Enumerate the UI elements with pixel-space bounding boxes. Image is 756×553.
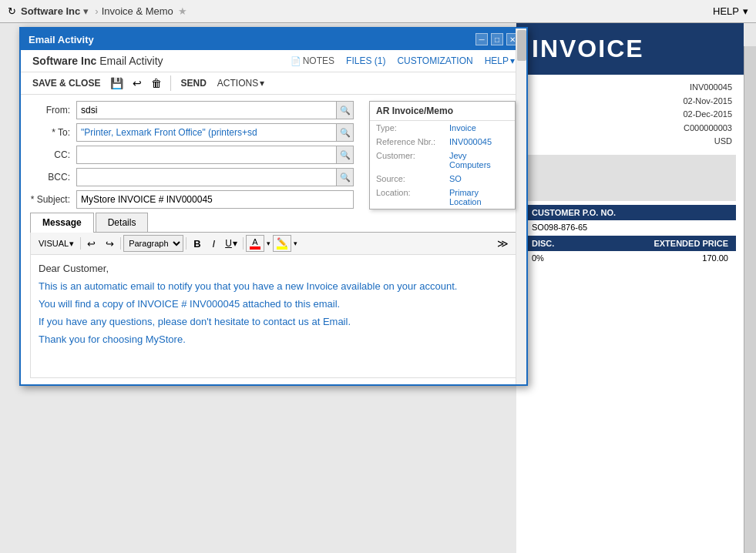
modal-title-bar: Email Activity ─ □ ✕ xyxy=(21,28,526,50)
company-dropdown-arrow[interactable]: ▾ xyxy=(83,5,89,17)
nav-notes-link[interactable]: 📄 NOTES xyxy=(291,55,334,66)
modal-company: Software Inc xyxy=(32,55,96,67)
invoice-details: INV000045 02-Nov-2015 02-Dec-2015 C00000… xyxy=(516,75,744,155)
email-activity-modal: Email Activity ─ □ ✕ Software Inc Email … xyxy=(19,27,528,386)
to-input[interactable] xyxy=(77,124,336,141)
help-label: HELP xyxy=(713,5,739,17)
modal-scrollbar[interactable] xyxy=(516,28,526,384)
message-body[interactable]: Dear Customer, This is an automatic emai… xyxy=(30,255,517,378)
maximize-button[interactable]: □ xyxy=(491,33,503,45)
cc-input[interactable] xyxy=(77,146,336,163)
disc-value-row: 0% 170.00 xyxy=(524,251,736,265)
subject-input[interactable] xyxy=(76,190,354,209)
ar-customer-row: Customer: JevyComputers xyxy=(370,149,515,172)
ar-type-value: Invoice xyxy=(449,123,476,132)
nav-customization-link[interactable]: CUSTOMIZATION xyxy=(397,55,472,66)
ar-location-value: PrimaryLocation xyxy=(449,188,482,206)
rte-more-button[interactable]: ≫ xyxy=(493,235,512,252)
ar-source-row: Source: SO xyxy=(370,172,515,186)
rte-underline-button[interactable]: U ▾ xyxy=(222,235,240,252)
ar-ref-label: Reference Nbr.: xyxy=(376,137,449,146)
message-thankyou-line: Thank you for choosing MyStore. xyxy=(39,333,509,345)
to-search-button[interactable]: 🔍 xyxy=(336,124,353,141)
delete-button[interactable]: 🗑 xyxy=(148,75,165,91)
rte-highlight-button[interactable]: ✏️ xyxy=(273,235,291,252)
to-label: * To: xyxy=(30,127,76,138)
message-questions-line: If you have any questions, please don't … xyxy=(39,316,509,327)
inv-date2: 02-Dec-2015 xyxy=(528,108,732,122)
rte-redo-button[interactable]: ↪ xyxy=(102,235,118,252)
customer-po-value: SO098-876-65 xyxy=(524,220,736,234)
actions-button[interactable]: ACTIONS ▾ xyxy=(213,75,268,91)
invoice-background: INVOICE INV000045 02-Nov-2015 02-Dec-201… xyxy=(516,23,744,553)
company-name[interactable]: Software Inc xyxy=(21,5,80,17)
tab-details[interactable]: Details xyxy=(96,213,149,232)
cc-search-button[interactable]: 🔍 xyxy=(336,146,353,163)
from-input[interactable] xyxy=(77,102,336,119)
help-dropdown-arrow[interactable]: ▾ xyxy=(743,5,748,17)
breadcrumb-separator: › xyxy=(95,5,98,17)
favorite-star-icon[interactable]: ★ xyxy=(178,5,187,17)
rte-paragraph-select[interactable]: Paragraph xyxy=(123,235,183,252)
rte-font-color-button[interactable]: A xyxy=(246,235,264,252)
undo-button[interactable]: ↩ xyxy=(129,75,145,91)
send-button[interactable]: SEND xyxy=(176,75,210,91)
ar-location-label: Location: xyxy=(376,188,449,206)
ar-customer-value: JevyComputers xyxy=(449,151,491,169)
message-auto-text: This is an automatic email to notify you… xyxy=(39,280,509,292)
rte-font-color-arrow[interactable]: ▾ xyxy=(267,240,270,247)
rte-italic-button[interactable]: I xyxy=(208,235,220,252)
message-greeting: Dear Customer, xyxy=(39,263,509,274)
rte-bold-button[interactable]: B xyxy=(189,235,205,252)
bcc-search-button[interactable]: 🔍 xyxy=(336,169,353,186)
modal-activity: Email Activity xyxy=(99,55,163,67)
ar-location-row: Location: PrimaryLocation xyxy=(370,186,515,209)
bcc-input[interactable] xyxy=(77,169,336,186)
from-search-button[interactable]: 🔍 xyxy=(336,102,353,119)
modal-nav-bar: Software Inc Email Activity 📄 NOTES FILE… xyxy=(21,50,526,72)
inv-customer-code: C000000003 xyxy=(528,122,732,136)
inv-number: INV000045 xyxy=(528,81,732,95)
ar-customer-label: Customer: xyxy=(376,151,449,169)
window-controls: ─ □ ✕ xyxy=(475,33,519,45)
ar-ref-value: INV000045 xyxy=(449,137,492,146)
inv-date1: 02-Nov-2015 xyxy=(528,95,732,109)
modal-title: Email Activity xyxy=(29,34,94,45)
cc-label: CC: xyxy=(30,149,76,160)
module-name: Invoice & Memo xyxy=(102,5,173,17)
save-close-button[interactable]: SAVE & CLOSE xyxy=(29,75,104,91)
rte-visual-button[interactable]: VISUAL ▾ xyxy=(35,235,78,252)
ar-popup-title: AR Invoice/Memo xyxy=(370,102,515,121)
ar-source-value: SO xyxy=(449,174,462,183)
nav-files-link[interactable]: FILES (1) xyxy=(346,55,385,66)
page-scrollbar[interactable] xyxy=(744,46,756,553)
refresh-icon[interactable]: ↻ xyxy=(8,5,16,17)
modal-content: AR Invoice/Memo Type: Invoice Reference … xyxy=(21,95,526,384)
ar-invoice-popup: AR Invoice/Memo Type: Invoice Reference … xyxy=(369,101,516,209)
nav-help-link[interactable]: HELP ▾ xyxy=(485,55,515,66)
subject-label: * Subject: xyxy=(30,194,76,205)
rte-undo-button[interactable]: ↩ xyxy=(83,235,99,252)
bcc-label: BCC: xyxy=(30,172,76,183)
message-invoice-line: You will find a copy of INVOICE # INV000… xyxy=(39,298,509,310)
ar-type-label: Type: xyxy=(376,123,449,132)
inv-currency: USD xyxy=(528,135,732,149)
tabs-bar: Message Details xyxy=(30,213,517,233)
rte-highlight-arrow[interactable]: ▾ xyxy=(294,240,297,247)
customer-po-header: CUSTOMER P.O. NO. xyxy=(524,205,736,220)
minimize-button[interactable]: ─ xyxy=(475,33,488,45)
rte-toolbar: VISUAL ▾ ↩ ↪ Paragraph B I U ▾ A ▾ xyxy=(30,233,517,255)
save-icon-button[interactable]: 💾 xyxy=(107,75,126,91)
tab-message[interactable]: Message xyxy=(30,213,94,233)
modal-toolbar: SAVE & CLOSE 💾 ↩ 🗑 SEND ACTIONS ▾ xyxy=(21,72,526,95)
invoice-header: INVOICE xyxy=(516,23,744,75)
ar-source-label: Source: xyxy=(376,174,449,183)
disc-header: DISC. EXTENDED PRICE xyxy=(524,236,736,251)
ar-type-row: Type: Invoice xyxy=(370,121,515,135)
modal-app-title: Software Inc Email Activity xyxy=(32,55,163,67)
from-label: From: xyxy=(30,105,76,116)
top-navigation-bar: ↻ Software Inc ▾ › Invoice & Memo ★ HELP… xyxy=(0,0,756,23)
ar-ref-row: Reference Nbr.: INV000045 xyxy=(370,135,515,149)
